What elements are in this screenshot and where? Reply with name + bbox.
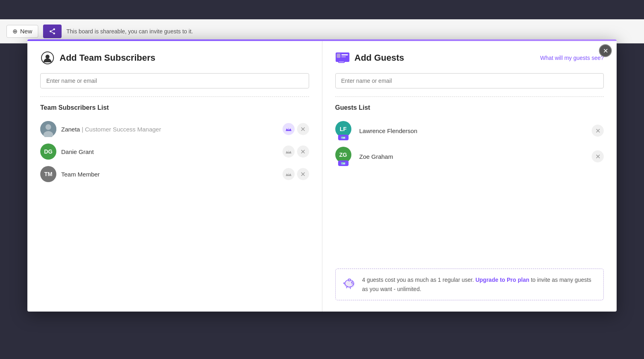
lawrence-guest-badge: 🪪	[338, 135, 349, 140]
what-guests-link[interactable]: What will my guests see?	[540, 55, 604, 61]
team-subscriber-input[interactable]	[40, 73, 309, 88]
zoe-actions: ✕	[592, 150, 604, 162]
zaneta-name: Zaneta | Customer Success Manager	[61, 126, 278, 133]
svg-line-3	[51, 32, 53, 33]
upgrade-text: 4 guests cost you as much as 1 regular u…	[362, 275, 597, 293]
new-button-label: New	[20, 28, 32, 35]
svg-rect-11	[336, 53, 340, 58]
svg-point-8	[45, 124, 51, 130]
remove-icon: ✕	[595, 153, 601, 160]
remove-icon: ✕	[300, 170, 305, 178]
danie-grant-remove-button[interactable]: ✕	[297, 146, 309, 158]
guest-badge-icon: 🪪	[341, 161, 345, 165]
new-button[interactable]: ⊕ New	[6, 25, 38, 38]
right-divider	[335, 96, 604, 97]
zaneta-crown[interactable]	[283, 123, 295, 135]
right-panel-title: Add Guests	[355, 53, 404, 63]
team-member-crown[interactable]	[283, 168, 295, 180]
guest-row: LF 🪪 Lawrence Flenderson ✕	[335, 118, 604, 144]
remove-icon: ✕	[300, 125, 305, 133]
piggy-icon	[342, 275, 357, 293]
zaneta-role: | Customer Success Manager	[82, 126, 161, 133]
team-member-row: TM Team Member ✕	[40, 163, 309, 185]
crown-icon	[285, 149, 292, 154]
guest-input[interactable]	[335, 73, 604, 88]
svg-point-0	[53, 28, 55, 30]
lawrence-actions: ✕	[592, 125, 604, 137]
right-panel-spacer	[335, 169, 604, 269]
svg-rect-12	[341, 54, 348, 55]
svg-rect-13	[341, 56, 346, 57]
left-panel: Add Team Subscribers Team Subscribers Li…	[27, 39, 322, 312]
zoe-remove-button[interactable]: ✕	[592, 150, 604, 162]
team-subscribers-section-title: Team Subscribers List	[40, 104, 309, 111]
left-divider	[40, 96, 309, 97]
plus-icon: ⊕	[12, 28, 18, 35]
share-button[interactable]	[43, 25, 62, 38]
svg-point-1	[50, 30, 52, 32]
team-member-name: Team Member	[61, 171, 278, 178]
svg-point-18	[351, 282, 353, 283]
svg-rect-15	[339, 62, 344, 62]
zoe-name: Zoe Graham	[359, 153, 587, 160]
lawrence-remove-button[interactable]: ✕	[592, 125, 604, 137]
left-panel-title: Add Team Subscribers	[60, 53, 155, 63]
right-panel-header: Add Guests What will my guests see?	[335, 51, 604, 65]
right-panel: Add Guests What will my guests see? Gues…	[322, 39, 617, 312]
crown-icon	[285, 127, 292, 131]
team-member-remove-button[interactable]: ✕	[297, 168, 309, 180]
team-member-avatar: TM	[40, 166, 56, 182]
guest-row: ZG 🪪 Zoe Graham ✕	[335, 144, 604, 169]
svg-rect-19	[348, 279, 350, 281]
crown-icon	[285, 172, 292, 176]
svg-point-2	[53, 33, 55, 35]
danie-grant-crown[interactable]	[283, 146, 295, 158]
team-member-actions: ✕	[283, 168, 309, 180]
close-icon: ✕	[603, 47, 608, 55]
upgrade-notice: 4 guests cost you as much as 1 regular u…	[335, 269, 604, 300]
remove-icon: ✕	[300, 148, 305, 156]
upgrade-link[interactable]: Upgrade to Pro plan	[475, 277, 529, 283]
team-member-row: Zaneta | Customer Success Manager ✕	[40, 118, 309, 140]
danie-grant-actions: ✕	[283, 146, 309, 158]
svg-point-6	[45, 55, 50, 59]
zoe-guest-badge: 🪪	[338, 160, 349, 166]
danie-grant-avatar: DG	[40, 144, 56, 160]
zaneta-avatar	[40, 121, 56, 137]
modal: ✕ Add Team Subscribers Team Subscribers …	[27, 39, 617, 312]
remove-icon: ✕	[595, 127, 601, 135]
team-member-row: DG Danie Grant ✕	[40, 140, 309, 163]
team-subscribers-icon	[40, 51, 55, 65]
zaneta-remove-button[interactable]: ✕	[297, 123, 309, 135]
danie-grant-name: Danie Grant	[61, 148, 278, 155]
share-icon	[49, 28, 56, 35]
zoe-avatar-wrapper: ZG 🪪	[335, 147, 351, 166]
left-panel-header: Add Team Subscribers	[40, 51, 309, 65]
lawrence-avatar-wrapper: LF 🪪	[335, 121, 351, 140]
share-info-text: This board is shareable, you can invite …	[66, 28, 193, 35]
close-button[interactable]: ✕	[599, 44, 612, 57]
zaneta-actions: ✕	[283, 123, 309, 135]
lawrence-name: Lawrence Flenderson	[359, 127, 587, 134]
svg-line-4	[51, 29, 53, 31]
guests-section-title: Guests List	[335, 104, 604, 111]
guests-icon	[335, 51, 350, 65]
guest-badge-icon: 🪪	[341, 135, 345, 139]
